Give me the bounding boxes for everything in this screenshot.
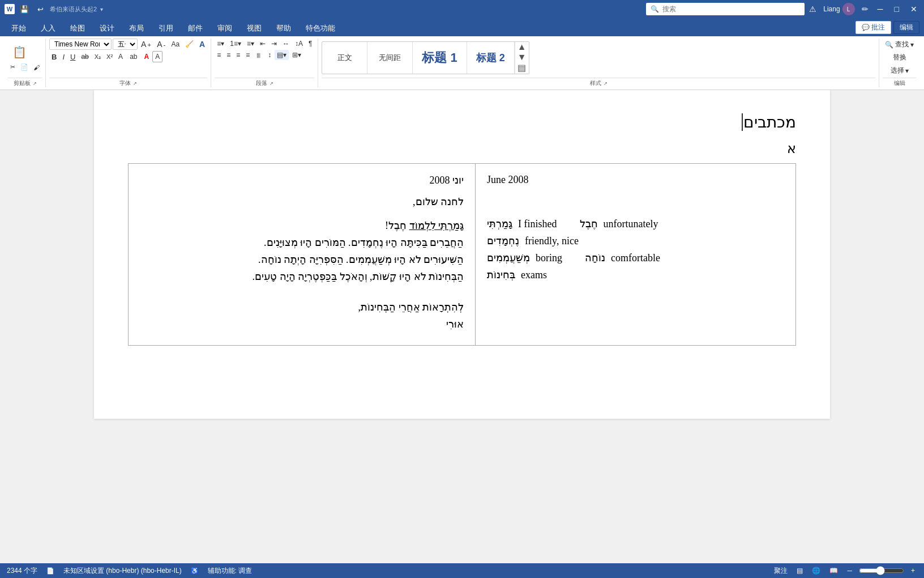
underline-button[interactable]: U xyxy=(68,52,78,62)
find-button[interactable]: 🔍 查找▾ xyxy=(883,39,916,50)
closing-line: לְהִתְרָאוֹת אַחֲרֵי הַבְּחִינוֹת, xyxy=(140,301,464,313)
align-left-button[interactable]: ≡ xyxy=(215,50,223,60)
font-color-button[interactable]: A xyxy=(116,52,126,62)
copy-button[interactable]: 📄 xyxy=(18,62,31,72)
styles-scroll-down[interactable]: ▼ xyxy=(515,52,529,62)
styles-expand-icon[interactable]: ↗ xyxy=(604,81,608,86)
doc-title: 希伯来语从头起2 xyxy=(50,5,97,14)
focus-button[interactable]: 聚注 xyxy=(772,566,790,576)
styles-expand[interactable]: ▤ xyxy=(515,62,529,73)
subscript-button[interactable]: X₂ xyxy=(92,52,103,62)
comment-icon: 💬 xyxy=(862,24,870,31)
highlight-button[interactable]: ab xyxy=(127,52,140,62)
format-painter-button[interactable]: 🖌 xyxy=(31,62,42,72)
undo-button[interactable]: ↩ xyxy=(34,3,46,15)
chinese-indent-button[interactable]: ↔ xyxy=(280,39,292,49)
bullet-list-button[interactable]: ≡▾ xyxy=(215,39,226,49)
align-center-button[interactable]: ≡ xyxy=(224,50,233,60)
clipboard-expand-icon[interactable]: ↗ xyxy=(33,81,37,86)
case-button[interactable]: Aa xyxy=(169,39,182,49)
editing-button[interactable]: 编辑 xyxy=(893,21,919,34)
clear-format-button[interactable]: 🧹 xyxy=(183,39,196,49)
numbered-list-button[interactable]: 1≡▾ xyxy=(228,39,243,49)
bold-button[interactable]: B xyxy=(49,52,59,62)
vocab-row-4: בְּחִינוֹת exams xyxy=(487,269,784,281)
language-status: 未知区域设置 (hbo-Hebr) (hbo-Hebr-IL) xyxy=(63,566,182,576)
tab-view[interactable]: 视图 xyxy=(240,21,268,36)
comment-button[interactable]: 💬 批注 xyxy=(855,21,891,34)
cut-button[interactable]: ✂ xyxy=(8,62,18,72)
tab-home[interactable]: 开始 xyxy=(5,21,33,36)
paste-button[interactable]: 📋 xyxy=(8,43,42,61)
maximize-button[interactable]: □ xyxy=(892,3,901,15)
align-right-button[interactable]: ≡ xyxy=(234,50,242,60)
strikethrough-button[interactable]: ab xyxy=(79,52,91,62)
styles-scroll-up[interactable]: ▲ xyxy=(515,42,529,52)
increase-indent-button[interactable]: ⇥ xyxy=(269,39,279,49)
web-layout-button[interactable]: 🌐 xyxy=(810,566,823,575)
italic-button[interactable]: I xyxy=(60,52,67,62)
font-grow-button[interactable]: A+ xyxy=(139,39,153,50)
style-h1[interactable]: 标题 1 xyxy=(413,41,467,74)
paragraph-expand-icon[interactable]: ↗ xyxy=(270,81,273,86)
close-button[interactable]: ✕ xyxy=(908,3,919,15)
font-expand-icon[interactable]: ↗ xyxy=(133,81,137,86)
line-spacing-button[interactable]: ↕ xyxy=(266,50,273,60)
font-shrink-button[interactable]: A- xyxy=(155,39,168,50)
main-line1: גָּמַרְתִּי לִלְמוֹד חֶבֶל! xyxy=(140,219,464,232)
tab-special[interactable]: 特色功能 xyxy=(299,21,342,36)
tab-insert[interactable]: 人入 xyxy=(34,21,62,36)
text-effects-button[interactable]: A xyxy=(197,39,207,50)
minimize-button[interactable]: ─ xyxy=(875,3,886,15)
zoom-out-button[interactable]: ─ xyxy=(845,566,854,575)
style-normal[interactable]: 正文 xyxy=(322,41,367,74)
editing-group: 🔍 查找▾ 替换 选择▾ 编辑 xyxy=(879,39,919,87)
doc-title-hebrew: מכתבים xyxy=(128,113,796,131)
tab-mailings[interactable]: 邮件 xyxy=(181,21,209,36)
content-table: יוני 2008 לחנה שלום, גָּמַרְתִּי לִלְמוֹ… xyxy=(128,163,796,346)
main-line3: הַשִּׁיעוּרִים לֹא הָיוּ מְשַׁעֲמְמִים. … xyxy=(140,253,464,266)
font-size-select[interactable]: 五号 xyxy=(113,39,138,50)
search-input[interactable] xyxy=(662,5,800,13)
save-button[interactable]: 💾 xyxy=(18,3,31,15)
char-border-button[interactable]: A xyxy=(152,51,162,62)
tab-review[interactable]: 审阅 xyxy=(211,21,239,36)
font-name-select[interactable]: Times New Roman xyxy=(49,39,112,50)
read-mode-button[interactable]: 📖 xyxy=(827,566,840,575)
accessibility-icon: ♿ xyxy=(191,567,199,575)
tab-references[interactable]: 引用 xyxy=(152,21,180,36)
title-bar: W 💾 ↩ 希伯来语从头起2 ▾ 🔍 ⚠ Liang L ✏ ─ □ ✕ xyxy=(0,0,924,18)
document-page: מכתבים א יוני 2008 לחנה שלום, גָּמַרְתִּ… xyxy=(94,90,830,419)
print-layout-button[interactable]: ▤ xyxy=(794,566,805,575)
tab-help[interactable]: 帮助 xyxy=(270,21,298,36)
search-bar[interactable]: 🔍 xyxy=(646,3,805,15)
shading-button[interactable]: ▤▾ xyxy=(275,50,289,60)
styles-panel: 正文 无间距 标题 1 标题 2 ▲ ▼ ▤ xyxy=(322,41,529,74)
text-cursor xyxy=(738,113,743,131)
borders-button[interactable]: ⊞▾ xyxy=(290,50,303,60)
font-group: Times New Roman 五号 A+ A- Aa 🧹 A B xyxy=(46,39,211,87)
font-color2-button[interactable]: A xyxy=(142,52,151,62)
show-marks-button[interactable]: ¶ xyxy=(306,39,314,49)
style-nospace[interactable]: 无间距 xyxy=(367,41,413,74)
style-h2[interactable]: 标题 2 xyxy=(467,41,515,74)
zoom-in-button[interactable]: + xyxy=(909,566,917,575)
date-hebrew: יוני 2008 xyxy=(140,174,464,186)
zoom-slider[interactable] xyxy=(859,566,904,575)
document-area[interactable]: מכתבים א יוני 2008 לחנה שלום, גָּמַרְתִּ… xyxy=(0,90,924,563)
main-line4: הַבְּחִינוֹת לֹא הָיוּ קָשׁוֹת, וְהָאֹכֶ… xyxy=(140,270,464,283)
signature-line: אוּרִי xyxy=(140,318,464,330)
select-button[interactable]: 选择▾ xyxy=(888,65,911,76)
tab-layout[interactable]: 布局 xyxy=(122,21,151,36)
decrease-indent-button[interactable]: ⇤ xyxy=(258,39,268,49)
superscript-button[interactable]: X² xyxy=(104,52,115,61)
tab-draw[interactable]: 绘图 xyxy=(63,21,92,36)
accessibility-status: 辅助功能: 调查 xyxy=(208,566,253,576)
tab-design[interactable]: 设计 xyxy=(93,21,121,36)
columns-button[interactable]: ⫼ xyxy=(253,50,264,60)
edit-icon: ✏ xyxy=(862,5,869,14)
replace-button[interactable]: 替换 xyxy=(891,52,909,63)
sort-button[interactable]: ↕A xyxy=(293,39,305,49)
justify-button[interactable]: ≡ xyxy=(243,50,252,60)
multilevel-list-button[interactable]: ≡▾ xyxy=(245,39,256,49)
